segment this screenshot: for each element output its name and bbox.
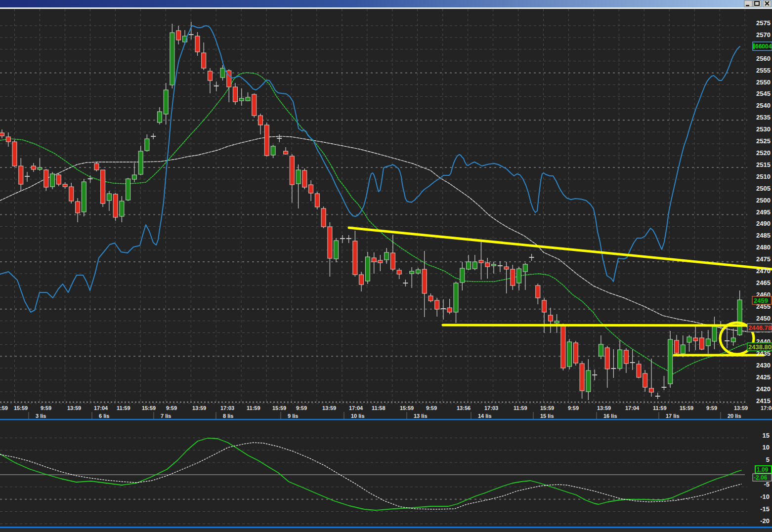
svg-text:2570: 2570 (756, 31, 771, 39)
svg-text:13:59: 13:59 (734, 405, 748, 411)
svg-text::59: :59 (0, 405, 8, 411)
svg-text:66004: 66004 (755, 43, 772, 50)
svg-text:2420: 2420 (756, 385, 771, 393)
svg-text:1.09: 1.09 (757, 466, 769, 473)
svg-text:2550: 2550 (756, 79, 771, 86)
svg-text:-2.06: -2.06 (754, 474, 768, 481)
svg-text:2525: 2525 (756, 137, 771, 145)
svg-text:2575: 2575 (756, 19, 771, 27)
svg-text:14 lis: 14 lis (478, 413, 492, 419)
svg-text:20 lis: 20 lis (728, 413, 741, 419)
svg-text:15:59: 15:59 (680, 405, 693, 411)
svg-text:17:03: 17:03 (220, 405, 234, 411)
svg-text:7 lis: 7 lis (161, 413, 171, 419)
svg-text:17:04: 17:04 (625, 405, 640, 411)
svg-text:8 lis: 8 lis (223, 413, 233, 419)
svg-text:2490: 2490 (756, 220, 771, 227)
svg-text:2540: 2540 (756, 102, 771, 109)
svg-text:2450: 2450 (756, 315, 771, 322)
svg-text:15:59: 15:59 (540, 405, 554, 411)
svg-text:2430: 2430 (756, 362, 771, 369)
svg-text:2465: 2465 (756, 279, 771, 286)
svg-text:11:59: 11:59 (514, 405, 527, 411)
svg-text:6 lis: 6 lis (99, 413, 109, 419)
svg-text:13:59: 13:59 (597, 405, 611, 411)
svg-text:10: 10 (763, 444, 770, 451)
svg-text:5: 5 (766, 456, 770, 463)
svg-text:13:59: 13:59 (322, 405, 336, 411)
svg-text:9:59: 9:59 (166, 405, 177, 411)
svg-text:2485: 2485 (756, 232, 771, 239)
svg-text:2459: 2459 (754, 297, 768, 304)
svg-text:9:59: 9:59 (568, 405, 579, 411)
svg-text:9:59: 9:59 (296, 405, 307, 411)
svg-text:16 lis: 16 lis (603, 413, 617, 419)
svg-text:15:59: 15:59 (14, 405, 28, 411)
svg-text:2500: 2500 (756, 197, 771, 204)
svg-text:3 lis: 3 lis (36, 413, 46, 419)
svg-text:2510: 2510 (756, 173, 771, 180)
svg-text:2545: 2545 (756, 90, 771, 97)
svg-text:13 lis: 13 lis (414, 413, 428, 419)
svg-text:17:04: 17:04 (761, 405, 772, 411)
svg-text:11:59: 11:59 (653, 405, 667, 411)
svg-text:15:59: 15:59 (272, 405, 286, 411)
svg-text:-10: -10 (760, 493, 770, 500)
svg-text:13:59: 13:59 (192, 405, 206, 411)
svg-text:2560: 2560 (756, 55, 771, 62)
svg-text:9:59: 9:59 (41, 405, 51, 411)
svg-text:17:04: 17:04 (94, 405, 108, 411)
svg-text:11:59: 11:59 (117, 405, 130, 411)
svg-text:13:59: 13:59 (67, 405, 81, 411)
svg-text:-15: -15 (760, 505, 770, 513)
svg-text:2530: 2530 (756, 125, 771, 133)
svg-text:17:03: 17:03 (484, 405, 498, 411)
svg-text:17 lis: 17 lis (666, 413, 680, 419)
svg-text:9:59: 9:59 (706, 405, 717, 411)
svg-text:2475: 2475 (756, 255, 771, 263)
svg-text:2505: 2505 (756, 185, 771, 192)
svg-text:13:56: 13:56 (457, 405, 471, 411)
svg-text:2495: 2495 (756, 208, 771, 216)
svg-text:11:58: 11:58 (372, 405, 386, 411)
svg-text:2425: 2425 (756, 373, 771, 381)
svg-text:2446.78: 2446.78 (748, 324, 772, 331)
svg-text:2520: 2520 (756, 149, 771, 157)
svg-text:10 lis: 10 lis (351, 413, 365, 419)
svg-text:2535: 2535 (756, 114, 771, 121)
svg-text:2415: 2415 (756, 397, 771, 405)
svg-text:15 lis: 15 lis (540, 413, 554, 419)
svg-text:17:04: 17:04 (349, 405, 363, 411)
svg-text:-20: -20 (760, 517, 770, 525)
svg-text:2438.80: 2438.80 (748, 343, 772, 351)
svg-text:15:59: 15:59 (142, 405, 156, 411)
svg-text:15: 15 (763, 432, 770, 439)
svg-text:2480: 2480 (756, 244, 771, 251)
svg-text:15:59: 15:59 (400, 405, 414, 411)
svg-text:11:59: 11:59 (247, 405, 260, 411)
svg-text:2515: 2515 (756, 161, 771, 168)
svg-text:2470: 2470 (756, 267, 771, 275)
svg-text:-5: -5 (764, 481, 770, 488)
svg-text:2555: 2555 (756, 67, 771, 74)
svg-text:9 lis: 9 lis (288, 413, 298, 419)
svg-text:9:59: 9:59 (426, 405, 437, 411)
